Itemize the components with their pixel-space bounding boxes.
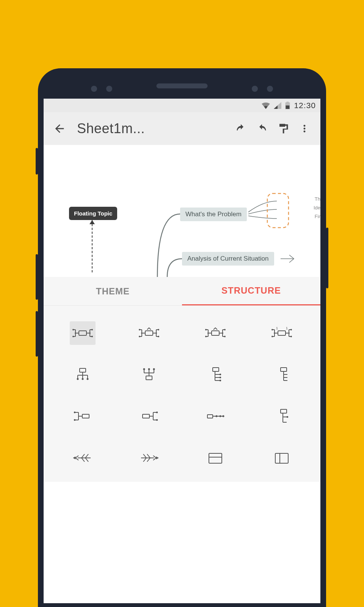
phone-sensor [252, 86, 258, 92]
svg-point-0 [304, 125, 306, 127]
structure-option-fishbone-left[interactable] [50, 439, 115, 478]
topic-node[interactable]: Analysis of Current Situation [182, 252, 274, 266]
document-title[interactable]: Sheet1m... [77, 121, 232, 137]
structure-grid [44, 306, 320, 482]
svg-point-2 [304, 131, 306, 132]
undo-icon [234, 123, 247, 134]
tab-structure[interactable]: STRUCTURE [182, 277, 320, 305]
svg-rect-3 [267, 193, 289, 228]
timeline-right-icon [205, 408, 226, 425]
phone-sensor [106, 86, 112, 92]
format-paint-icon [278, 122, 289, 135]
map-ccw-icon [205, 324, 226, 342]
fishbone-right-icon [139, 450, 159, 467]
structure-option-tree-down[interactable] [249, 397, 314, 436]
arrow-left-icon [53, 122, 66, 135]
structure-option-org-up[interactable] [117, 355, 181, 395]
subtopic-node[interactable]: Ide [314, 205, 320, 211]
status-bar: 12:30 [44, 99, 320, 112]
phone-speaker [157, 83, 208, 88]
relationship-line [92, 220, 93, 272]
phone-side-button [36, 254, 38, 300]
tree-right-alt-icon [271, 366, 292, 384]
topic-node[interactable]: What's the Problem [180, 208, 247, 221]
signal-icon [274, 102, 281, 109]
structure-option-timeline-right[interactable] [183, 397, 247, 436]
logic-right-icon [72, 408, 93, 425]
structure-option-map-clockwise[interactable] [117, 313, 181, 353]
phone-screen: 12:30 Sheet1m... [44, 99, 320, 607]
more-button[interactable] [295, 120, 314, 138]
subtopic-node[interactable]: Th [315, 196, 320, 202]
tree-down-icon [271, 408, 292, 425]
spreadsheet-icon [205, 450, 226, 467]
phone-side-button [36, 148, 38, 175]
matrix-icon [271, 450, 292, 467]
tab-theme[interactable]: THEME [44, 277, 182, 305]
floating-topic-node[interactable]: Floating Topic [69, 207, 117, 220]
map-balanced-icon [72, 324, 93, 342]
phone-side-button [326, 228, 328, 288]
tree-right-icon [205, 366, 226, 384]
app-bar: Sheet1m... [44, 112, 320, 145]
more-vert-icon [300, 123, 309, 135]
org-down-icon [72, 366, 93, 384]
structure-option-matrix[interactable] [249, 439, 314, 478]
structure-option-tree-right[interactable] [183, 355, 247, 395]
structure-option-logic-left[interactable] [117, 397, 181, 436]
style-tabs: THEME STRUCTURE [44, 277, 320, 306]
structure-option-map-ccw[interactable] [183, 313, 247, 353]
undo-button[interactable] [232, 120, 250, 138]
relationship-arrowhead [89, 220, 95, 224]
android-nav-bar [44, 603, 320, 607]
svg-point-1 [304, 128, 306, 130]
phone-frame: 12:30 Sheet1m... [38, 68, 326, 607]
map-radial-icon [271, 324, 292, 342]
structure-option-tree-right-alt[interactable] [249, 355, 314, 395]
subtopic-node[interactable]: Fir [315, 214, 320, 219]
structure-option-fishbone-right[interactable] [117, 439, 181, 478]
battery-icon [285, 102, 290, 109]
structure-option-logic-right[interactable] [50, 397, 115, 436]
back-button[interactable] [50, 120, 69, 138]
redo-icon [256, 123, 268, 134]
org-up-icon [139, 366, 159, 384]
wifi-icon [262, 102, 270, 109]
structure-option-spreadsheet[interactable] [183, 439, 247, 478]
phone-sensor [91, 86, 97, 92]
phone-side-button [36, 311, 38, 357]
fishbone-left-icon [72, 450, 93, 467]
redo-button[interactable] [253, 120, 271, 138]
structure-option-map-radial[interactable] [249, 313, 314, 353]
map-clockwise-icon [139, 324, 159, 342]
logic-left-icon [139, 408, 159, 425]
phone-sensor [267, 86, 273, 92]
mindmap-canvas[interactable]: Floating Topic What's the Problem Analys… [44, 145, 320, 277]
structure-option-map-balanced[interactable] [50, 313, 115, 353]
format-button[interactable] [274, 120, 292, 138]
structure-option-org-down[interactable] [50, 355, 115, 395]
status-time: 12:30 [294, 101, 316, 110]
